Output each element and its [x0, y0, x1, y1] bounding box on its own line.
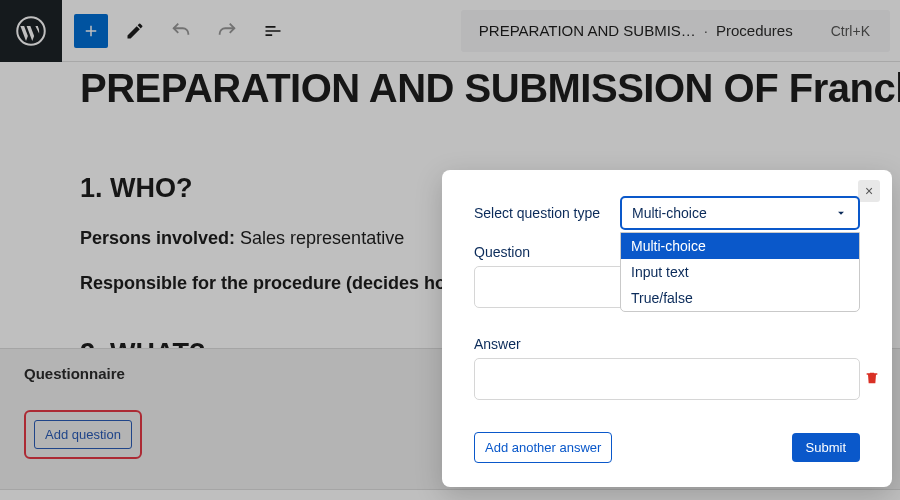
answer-input[interactable] [474, 358, 860, 400]
select-box[interactable]: Multi-choice [620, 196, 860, 230]
chevron-down-icon [834, 206, 848, 220]
option-input-text[interactable]: Input text [621, 259, 859, 285]
option-true-false[interactable]: True/false [621, 285, 859, 311]
select-type-label: Select question type [474, 205, 604, 221]
submit-button[interactable]: Submit [792, 433, 860, 462]
answer-row [474, 358, 860, 404]
add-another-answer-button[interactable]: Add another answer [474, 432, 612, 463]
close-button[interactable]: × [858, 180, 880, 202]
select-dropdown: Multi-choice Input text True/false [620, 232, 860, 312]
answer-label: Answer [474, 336, 860, 352]
select-value: Multi-choice [632, 205, 707, 221]
delete-answer-button[interactable] [864, 370, 880, 390]
option-multi-choice[interactable]: Multi-choice [621, 233, 859, 259]
question-modal: × Select question type Multi-choice Mult… [442, 170, 892, 487]
modal-actions: Add another answer Submit [474, 432, 860, 463]
select-type-row: Select question type Multi-choice Multi-… [474, 196, 860, 230]
question-type-select[interactable]: Multi-choice Multi-choice Input text Tru… [620, 196, 860, 230]
trash-icon [864, 370, 880, 386]
